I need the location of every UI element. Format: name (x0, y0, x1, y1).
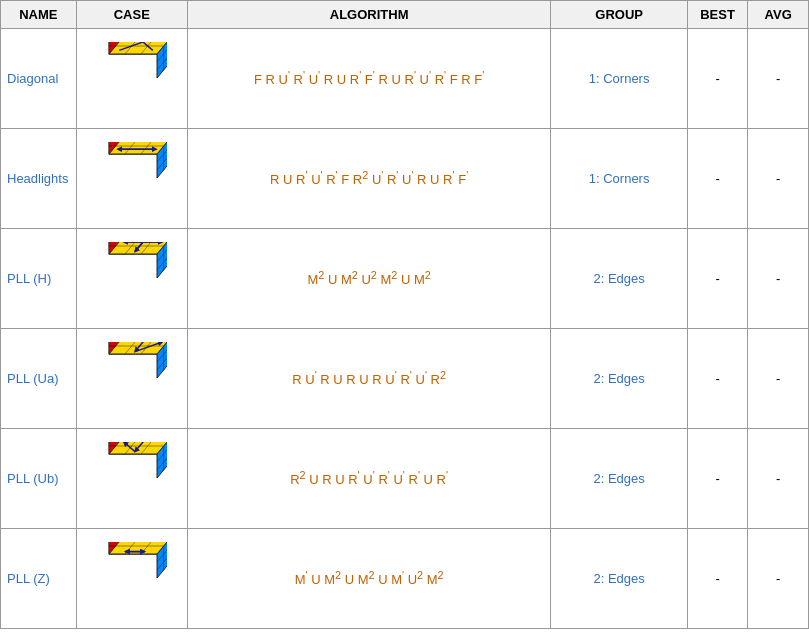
row-best-3: - (687, 329, 748, 429)
row-case-1 (76, 129, 187, 229)
row-group-1: 1: Corners (551, 129, 687, 229)
row-best-4: - (687, 429, 748, 529)
table-row: PLL (H) M2 U M2 U2 M2 U M2 2: Edges - - (1, 229, 809, 329)
row-name-3: PLL (Ua) (1, 329, 77, 429)
row-case-4 (76, 429, 187, 529)
row-group-2: 2: Edges (551, 229, 687, 329)
row-group-4: 2: Edges (551, 429, 687, 529)
row-name-2: PLL (H) (1, 229, 77, 329)
svg-marker-37 (109, 142, 167, 154)
row-name-0: Diagonal (1, 29, 77, 129)
header-avg: AVG (748, 1, 809, 29)
table-row: PLL (Z) M' U M2 U M2 U M' U2 M2 2: Edges… (1, 529, 809, 629)
row-name-5: PLL (Z) (1, 529, 77, 629)
row-case-5 (76, 529, 187, 629)
row-algo-3: R U' R U R U R U' R' U' R2 (187, 329, 551, 429)
row-case-0 (76, 29, 187, 129)
row-group-0: 1: Corners (551, 29, 687, 129)
header-algorithm: ALGORITHM (187, 1, 551, 29)
row-group-5: 2: Edges (551, 529, 687, 629)
row-algo-5: M' U M2 U M2 U M' U2 M2 (187, 529, 551, 629)
row-case-2 (76, 229, 187, 329)
table-row: Diagonal F R U' R' U' R U R' F' R U R' U… (1, 29, 809, 129)
row-algo-1: R U R' U' R' F R2 U' R' U' R U R' F' (187, 129, 551, 229)
row-case-3 (76, 329, 187, 429)
row-name-1: Headlights (1, 129, 77, 229)
row-avg-0: - (748, 29, 809, 129)
row-algo-4: R2 U R U R' U' R' U' R' U R' (187, 429, 551, 529)
row-avg-3: - (748, 329, 809, 429)
row-group-3: 2: Edges (551, 329, 687, 429)
row-avg-2: - (748, 229, 809, 329)
row-best-1: - (687, 129, 748, 229)
row-algo-2: M2 U M2 U2 M2 U M2 (187, 229, 551, 329)
pll-table: NAME CASE ALGORITHM GROUP BEST AVG Diago… (0, 0, 809, 629)
header-group: GROUP (551, 1, 687, 29)
row-algo-0: F R U' R' U' R U R' F' R U R' U' R' F R … (187, 29, 551, 129)
row-best-2: - (687, 229, 748, 329)
table-row: Headlights R U R' U' R' F R2 U' R' U' R … (1, 129, 809, 229)
header-name: NAME (1, 1, 77, 29)
row-avg-4: - (748, 429, 809, 529)
header-case: CASE (76, 1, 187, 29)
table-row: PLL (Ub) R2 U R U R' U' R' U' R' U R' 2:… (1, 429, 809, 529)
table-row: PLL (Ua) R U' R U R U R U' R' U' R2 2: E… (1, 329, 809, 429)
row-best-5: - (687, 529, 748, 629)
row-avg-1: - (748, 129, 809, 229)
row-avg-5: - (748, 529, 809, 629)
row-best-0: - (687, 29, 748, 129)
row-name-4: PLL (Ub) (1, 429, 77, 529)
header-best: BEST (687, 1, 748, 29)
